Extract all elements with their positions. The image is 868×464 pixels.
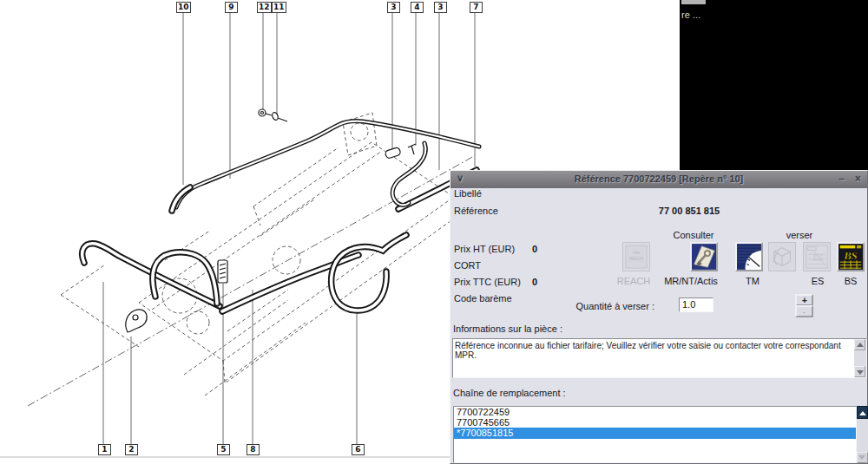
tm-button-label: TM (718, 276, 787, 286)
quantity-plus-button[interactable]: + (795, 294, 813, 306)
close-icon[interactable]: × (855, 173, 861, 185)
manual-wrench-icon (692, 244, 716, 270)
reference-dialog: ∨ Référence 7700722459 [Repère n° 10] – … (450, 170, 868, 464)
chain-listbox[interactable]: 7700722459 7700745665 *7700851815 (453, 406, 857, 463)
code-bareme-label: Code barème (454, 293, 512, 304)
callout-3b[interactable]: 3 (434, 2, 447, 13)
bs-button[interactable]: BS (837, 242, 865, 271)
chain-scroll-down-button[interactable] (857, 452, 868, 463)
callout-3a[interactable]: 3 (387, 2, 400, 13)
prix-ttc-label: Prix TTC (EUR) (454, 277, 521, 287)
scroll-down-icon (858, 455, 865, 460)
svg-text:Info: Info (633, 251, 640, 255)
callout-4[interactable]: 4 (411, 2, 424, 13)
gauge-icon (737, 244, 761, 270)
info-textarea[interactable]: Référence inconnue au fichier tarifaire;… (452, 338, 867, 378)
verser-group-label: verser (756, 230, 843, 240)
callout-10[interactable]: 10 (176, 2, 191, 13)
callout-2[interactable]: 2 (125, 444, 138, 455)
prix-ttc-value: 0 (532, 277, 537, 287)
list-item-selected[interactable]: *7700851815 (454, 428, 856, 439)
reach-button: Info REACH (622, 242, 650, 271)
prix-ht-label: Prix HT (EUR) (454, 244, 515, 254)
consulter-group-label: Consulter (650, 230, 737, 240)
tm-button[interactable] (735, 242, 763, 271)
callout-8[interactable]: 8 (247, 444, 260, 455)
libelle-label: Libellé (454, 188, 482, 199)
info-text: Référence inconnue au fichier tarifaire;… (455, 341, 852, 360)
svg-text:REACH: REACH (629, 257, 643, 261)
quantity-minus-button[interactable]: - (795, 305, 813, 317)
bs-button-label: BS (816, 276, 868, 286)
reference-value: 77 00 851 815 (615, 206, 763, 216)
info-label: Informations sur la pièce : (453, 323, 562, 334)
terminal-text: re ... (681, 10, 700, 20)
info-scroll-up-button[interactable] (854, 339, 865, 350)
dialog-title: Référence 7700722459 [Repère n° 10] (450, 173, 867, 184)
reference-label: Référence (454, 206, 498, 216)
callout-9[interactable]: 9 (225, 2, 238, 13)
callout-1[interactable]: 1 (98, 444, 111, 455)
callout-5[interactable]: 5 (217, 444, 230, 455)
cort-label: CORT (454, 260, 481, 271)
chain-scrollbar[interactable] (857, 406, 868, 463)
scroll-up-icon (859, 411, 866, 415)
callout-12[interactable]: 12 (257, 2, 272, 13)
callout-11[interactable]: 11 (272, 2, 286, 13)
svg-text:BS: BS (844, 250, 858, 262)
es-button: ES (803, 242, 831, 271)
prix-ht-value: 0 (532, 244, 537, 254)
dialog-titlebar[interactable]: ∨ Référence 7700722459 [Repère n° 10] – … (450, 171, 867, 188)
scroll-down-icon (857, 370, 864, 375)
list-item[interactable]: 7700745665 (454, 417, 856, 428)
mrnt-actis-button[interactable] (690, 242, 718, 271)
reach-icon: Info REACH (623, 243, 649, 271)
bareme-bs-icon: BS (838, 244, 863, 270)
info-scroll-down-button[interactable] (854, 366, 865, 377)
quantity-input[interactable]: 1.0 (679, 297, 713, 312)
list-item[interactable]: 7700722459 (454, 407, 856, 417)
info-scrollbar[interactable] (854, 339, 866, 377)
chain-label: Chaîne de remplacement : (453, 388, 566, 398)
chain-scroll-up-button[interactable] (857, 406, 868, 419)
callout-6[interactable]: 6 (352, 444, 365, 455)
quantity-label: Quantité à verser : (563, 301, 654, 311)
background-terminal-window: re ... (680, 0, 868, 171)
cube-verser-button (768, 242, 796, 271)
mrnt-actis-button-label: MR/NT/Actis (656, 276, 726, 286)
svg-text:ES: ES (812, 253, 822, 263)
schematic-icon: ES (804, 243, 830, 271)
callout-7[interactable]: 7 (470, 2, 483, 13)
package-cube-icon (769, 243, 795, 271)
scroll-up-icon (857, 343, 864, 347)
minimize-icon[interactable]: – (838, 173, 845, 185)
terminal-titlebar-fragment (681, 0, 706, 4)
